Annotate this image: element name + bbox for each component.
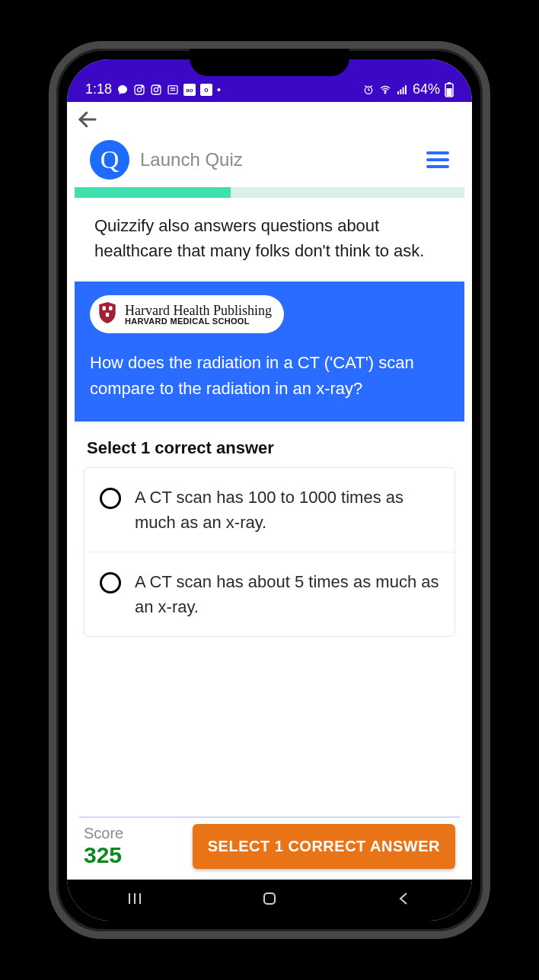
svg-rect-28 <box>109 306 112 310</box>
harvard-line2: HARVARD MEDICAL SCHOOL <box>125 317 272 326</box>
score-block: Score 325 <box>84 825 123 868</box>
svg-text:ao: ao <box>186 87 193 94</box>
svg-rect-20 <box>400 89 401 94</box>
svg-rect-21 <box>403 87 404 94</box>
harvard-shield-icon <box>97 301 117 327</box>
brand-left: Q Launch Quiz <box>90 140 243 180</box>
notch <box>190 49 349 76</box>
nav-back-icon[interactable] <box>395 889 413 911</box>
svg-rect-29 <box>106 313 109 317</box>
svg-rect-25 <box>448 82 451 84</box>
screen: 1:18 ao o • <box>67 59 472 921</box>
battery-text: 64% <box>413 81 440 97</box>
svg-point-5 <box>158 86 159 87</box>
svg-rect-22 <box>405 85 407 94</box>
question-text: How does the radiation in a CT ('CAT') s… <box>90 350 449 402</box>
battery-icon <box>445 82 454 97</box>
svg-rect-19 <box>397 91 399 94</box>
wifi-icon <box>379 84 391 96</box>
chat-icon <box>116 84 129 96</box>
answer-option[interactable]: A CT scan has about 5 times as much as a… <box>85 552 454 636</box>
answer-option[interactable]: A CT scan has 100 to 1000 times as much … <box>85 468 454 552</box>
footer-bar: Score 325 SELECT 1 CORRECT ANSWER <box>67 818 472 880</box>
intro-text: Quizzify also answers questions about he… <box>67 198 472 282</box>
answers-list: A CT scan has 100 to 1000 times as much … <box>84 467 455 637</box>
android-nav-bar <box>67 880 472 921</box>
svg-rect-33 <box>264 893 275 904</box>
status-left: 1:18 ao o • <box>85 81 221 97</box>
outlook-icon: o <box>200 84 212 96</box>
harvard-text: Harvard Health Publishing HARVARD MEDICA… <box>125 304 272 326</box>
harvard-badge: Harvard Health Publishing HARVARD MEDICA… <box>90 295 284 333</box>
svg-point-2 <box>142 86 142 87</box>
svg-line-16 <box>365 85 366 86</box>
main-content[interactable]: Quizzify also answers questions about he… <box>67 198 472 816</box>
news-icon <box>167 84 179 96</box>
svg-rect-27 <box>103 306 106 310</box>
more-dot: • <box>217 84 221 96</box>
harvard-line1: Harvard Health Publishing <box>125 304 272 317</box>
recents-icon[interactable] <box>126 889 144 911</box>
svg-text:o: o <box>204 86 208 94</box>
score-value: 325 <box>84 842 123 868</box>
answer-text: A CT scan has 100 to 1000 times as much … <box>135 485 439 535</box>
back-row <box>67 102 472 140</box>
brand-row: Q Launch Quiz <box>67 140 472 187</box>
hamburger-menu-icon[interactable] <box>426 151 449 168</box>
status-time: 1:18 <box>85 81 112 97</box>
status-right: 64% <box>362 81 454 97</box>
answer-text: A CT scan has about 5 times as much as a… <box>135 569 439 619</box>
svg-line-17 <box>371 85 372 86</box>
page-title: Launch Quiz <box>140 149 243 170</box>
instagram-icon <box>150 84 162 96</box>
question-card: Harvard Health Publishing HARVARD MEDICA… <box>75 282 464 422</box>
quizzify-logo-icon: Q <box>90 140 129 180</box>
select-answer-button[interactable]: SELECT 1 CORRECT ANSWER <box>193 824 455 869</box>
svg-rect-24 <box>447 88 452 96</box>
instagram-icon <box>133 84 145 96</box>
radio-icon <box>100 488 121 509</box>
back-arrow-icon[interactable] <box>76 108 99 134</box>
progress-fill <box>75 187 231 198</box>
app-icon: ao <box>183 84 196 96</box>
progress-bar <box>75 187 464 198</box>
svg-point-1 <box>137 88 141 91</box>
select-heading: Select 1 correct answer <box>67 422 472 467</box>
signal-icon <box>396 84 408 96</box>
svg-point-4 <box>154 88 158 91</box>
alarm-icon <box>362 84 375 96</box>
phone-frame: 1:18 ao o • <box>49 41 490 939</box>
radio-icon <box>100 572 121 593</box>
svg-point-18 <box>384 92 386 94</box>
home-icon[interactable] <box>260 889 279 911</box>
score-label: Score <box>84 825 123 842</box>
